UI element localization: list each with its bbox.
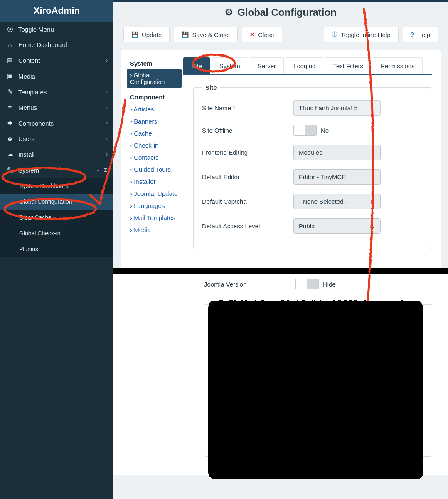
sidebar-item-label: Media <box>18 73 35 80</box>
list-icon: ≡ <box>6 104 14 111</box>
help-button[interactable]: ?Help <box>403 27 438 42</box>
site-offline-toggle[interactable] <box>293 125 317 136</box>
component-mail-templates[interactable]: Mail Templates <box>130 212 179 224</box>
page-title: Global Configuration <box>237 7 337 18</box>
joomla-version-label: Joomla Version <box>204 281 295 288</box>
grid-icon[interactable]: ⊞ <box>103 167 108 173</box>
submenu-system-dashboard[interactable]: System Dashboard <box>0 178 113 194</box>
component-guided-tours[interactable]: Guided Tours <box>130 163 179 175</box>
tab-site[interactable]: Site <box>183 57 210 74</box>
chevron-down-icon: ⌄ <box>371 223 375 229</box>
component-media[interactable]: Media <box>130 224 179 236</box>
chevron-right-icon: › <box>106 89 108 95</box>
joomla-version-value: Hide <box>323 281 336 288</box>
submenu-global-configuration[interactable]: Global Configuration <box>0 194 113 210</box>
sidebar-item-content[interactable]: ▤Content› <box>0 52 113 68</box>
chevron-down-icon: ⌄ <box>96 167 100 173</box>
default-captcha-select[interactable]: - None Selected -⌄ <box>293 194 381 209</box>
sidebar-item-label: Toggle Menu <box>18 26 54 33</box>
suffix-toggle[interactable] <box>308 430 332 441</box>
home-icon: ⌂ <box>6 41 14 48</box>
site-fieldset: Site Site Name * Site Offline No Fronten… <box>193 84 432 249</box>
tab-text-filters[interactable]: Text Filters <box>325 57 371 74</box>
save-icon: 💾 <box>182 31 189 38</box>
global-configuration-link[interactable]: Global Configuration <box>127 69 182 88</box>
chevron-right-icon: › <box>106 120 108 126</box>
info-icon: ⓘ <box>219 323 226 330</box>
component-cache[interactable]: Cache <box>130 127 179 139</box>
seo-fieldset: SEO ⓘAdditional settings can be found in… <box>204 301 432 457</box>
default-captcha-label: Default Captcha <box>202 198 293 205</box>
tab-system[interactable]: System <box>212 57 248 74</box>
sef-urls-label: Search Engine Friendly URLs <box>213 347 308 354</box>
submenu-clear-cache[interactable]: Clear Cache <box>0 210 113 225</box>
seo-legend: SEO <box>213 301 233 308</box>
site-name-input[interactable] <box>293 100 381 116</box>
sidebar-item-label: System <box>18 167 39 174</box>
sidebar-item-toggle-menu[interactable]: ⦿Toggle Menu <box>0 22 113 37</box>
sidebar-item-menus[interactable]: ≡Menus› <box>0 100 113 115</box>
tab-permissions[interactable]: Permissions <box>373 57 423 74</box>
default-access-label: Default Access Level <box>202 222 293 230</box>
component-banners[interactable]: Banners <box>130 115 179 127</box>
wrench-icon: 🔧 <box>6 166 14 174</box>
component-heading: Component <box>130 94 179 101</box>
gear-icon: ⚙ <box>225 7 233 18</box>
close-button[interactable]: ✕Close <box>242 27 282 42</box>
component-languages[interactable]: Languages <box>130 200 179 212</box>
component-articles[interactable]: Articles <box>130 103 179 115</box>
info-icon: ⓘ <box>332 31 337 38</box>
config-form: Site System Server Logging Text Filters … <box>179 57 441 259</box>
sidebar-item-components[interactable]: ✚Components› <box>0 115 113 131</box>
suffix-value: No <box>336 432 344 440</box>
joomla-version-toggle[interactable] <box>295 279 319 289</box>
chevron-right-icon: › <box>106 105 108 111</box>
brand-title: XiroAdmin <box>0 0 113 22</box>
sidebar: XiroAdmin ⦿Toggle Menu ⌂Home Dashboard ▤… <box>0 0 113 499</box>
frontend-editing-select[interactable]: Modules⌄ <box>293 145 381 160</box>
tab-server[interactable]: Server <box>250 57 284 74</box>
users-icon: ☻ <box>6 135 14 142</box>
submenu-global-checkin[interactable]: Global Check-in <box>0 225 113 241</box>
update-button[interactable]: 💾Update <box>123 27 170 42</box>
chevron-right-icon: › <box>106 136 108 142</box>
sidebar-item-home-dashboard[interactable]: ⌂Home Dashboard <box>0 37 113 52</box>
url-rewriting-toggle[interactable] <box>308 365 332 376</box>
save-close-button[interactable]: 💾Save & Close <box>174 27 238 42</box>
component-checkin[interactable]: Check-in <box>130 139 179 151</box>
help-icon: ? <box>411 31 414 38</box>
pencil-icon: ✎ <box>6 88 14 96</box>
page-header: ⚙ Global Configuration <box>113 2 448 24</box>
sidebar-item-users[interactable]: ☻Users› <box>0 131 113 146</box>
url-rewriting-label: Use URL Rewriting <box>213 367 308 374</box>
suffix-label: Add Suffix to URL <box>213 432 308 440</box>
tab-logging[interactable]: Logging <box>286 57 323 74</box>
default-editor-label: Default Editor <box>202 173 293 180</box>
lower-panel: Joomla Version Hide SEO ⓘAdditional sett… <box>113 274 448 475</box>
component-contacts[interactable]: Contacts <box>130 151 179 163</box>
submenu-plugins[interactable]: Plugins <box>0 241 113 257</box>
divider-strip <box>113 268 448 274</box>
configure-server-link[interactable]: configure your server. <box>262 406 314 412</box>
toggle-inline-help-button[interactable]: ⓘToggle Inline Help <box>324 27 398 42</box>
sidebar-item-install[interactable]: ☁Install› <box>0 146 113 162</box>
default-access-select[interactable]: Public⌄ <box>293 218 381 234</box>
chevron-down-icon: ⌄ <box>371 199 375 205</box>
puzzle-icon: ✚ <box>6 119 14 127</box>
toggle-icon: ⦿ <box>6 26 14 33</box>
sidebar-submenu: System Dashboard Global Configuration Cl… <box>0 178 113 257</box>
chevron-right-icon: › <box>106 151 108 157</box>
sef-urls-toggle[interactable] <box>308 345 332 356</box>
toolbar: 💾Update 💾Save & Close ✕Close ⓘToggle Inl… <box>113 24 448 50</box>
image-icon: ▣ <box>6 72 14 80</box>
component-installer[interactable]: Installer <box>130 175 179 188</box>
url-rewriting-value: Yes <box>336 367 346 374</box>
site-legend: Site <box>202 84 220 91</box>
sidebar-item-templates[interactable]: ✎Templates› <box>0 84 113 100</box>
sidebar-item-system[interactable]: 🔧System⌄⊞ <box>0 162 113 178</box>
default-editor-select[interactable]: Editor - TinyMCE⌄ <box>293 169 381 185</box>
chevron-right-icon: › <box>106 57 108 63</box>
site-name-label: Site Name * <box>202 104 293 111</box>
sidebar-item-media[interactable]: ▣Media <box>0 68 113 84</box>
component-joomla-update[interactable]: Joomla! Update <box>130 188 179 200</box>
